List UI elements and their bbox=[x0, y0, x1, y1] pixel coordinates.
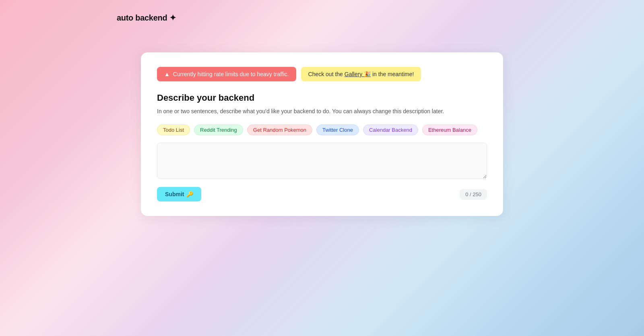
bottom-row: Submit 🔑 0 / 250 bbox=[157, 187, 487, 201]
chip-calendar-backend[interactable]: Calendar Backend bbox=[363, 124, 418, 135]
rate-limit-alert: ▲ Currently hitting rate limits due to h… bbox=[157, 67, 296, 81]
submit-label: Submit bbox=[165, 191, 184, 197]
main-card: ▲ Currently hitting rate limits due to h… bbox=[141, 52, 503, 216]
alert-row: ▲ Currently hitting rate limits due to h… bbox=[157, 67, 487, 81]
chip-twitter-clone[interactable]: Twitter Clone bbox=[316, 124, 359, 135]
logo-icon: ✦ bbox=[169, 13, 176, 22]
chip-ethereum-balance[interactable]: Ethereum Balance bbox=[422, 124, 477, 135]
gallery-suffix: in the meantime! bbox=[371, 71, 414, 77]
description-textarea[interactable] bbox=[157, 143, 487, 179]
chip-row: Todo List Reddit Trending Get Random Pok… bbox=[157, 124, 487, 135]
submit-icon: 🔑 bbox=[186, 191, 193, 197]
logo-text: auto backend bbox=[117, 13, 167, 22]
chip-todo-list[interactable]: Todo List bbox=[157, 124, 190, 135]
form-subtitle: In one or two sentences, describe what y… bbox=[157, 107, 487, 116]
gallery-prefix: Check out the bbox=[308, 71, 345, 77]
app-logo: auto backend ✦ bbox=[117, 13, 176, 23]
char-count: 0 / 250 bbox=[460, 189, 487, 200]
chip-get-random-pokemon[interactable]: Get Random Pokemon bbox=[247, 124, 312, 135]
rate-limit-text: Currently hitting rate limits due to hea… bbox=[173, 71, 289, 77]
form-title: Describe your backend bbox=[157, 93, 487, 103]
warning-icon: ▲ bbox=[164, 71, 170, 77]
gallery-alert: Check out the Gallery 🎉 in the meantime! bbox=[301, 67, 421, 81]
chip-reddit-trending[interactable]: Reddit Trending bbox=[194, 124, 243, 135]
gallery-link[interactable]: Gallery 🎉 bbox=[345, 71, 371, 77]
submit-button[interactable]: Submit 🔑 bbox=[157, 187, 201, 201]
